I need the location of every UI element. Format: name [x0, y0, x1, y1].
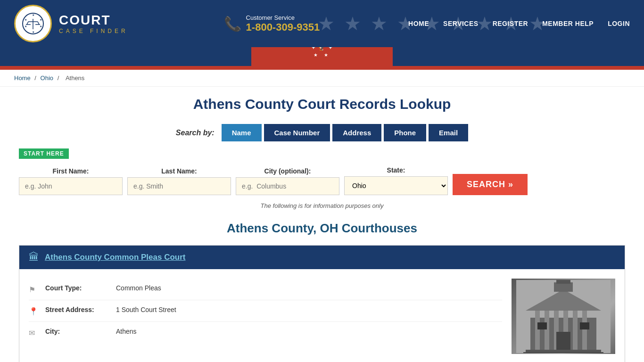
customer-service-label: Customer Service	[246, 14, 320, 21]
breadcrumb-home[interactable]: Home	[14, 74, 31, 82]
courthouse-card: 🏛 Athens County Common Pleas Court ⚑ Cou…	[19, 245, 625, 362]
first-name-group: First Name:	[19, 167, 123, 195]
phone-icon: 📞	[224, 16, 241, 32]
court-type-value: Common Pleas	[116, 284, 161, 292]
logo-text: COURT CASE FINDER	[52, 9, 135, 38]
search-form: First Name: Last Name: City (optional): …	[19, 166, 625, 195]
arch-stars-right: ★ ★	[314, 52, 330, 58]
state-select[interactable]: Ohio	[344, 176, 448, 195]
courthouse-details: ⚑ Court Type: Common Pleas 📍 Street Addr…	[29, 279, 502, 354]
svg-rect-26	[523, 352, 603, 353]
tab-address[interactable]: Address	[332, 124, 381, 141]
tab-case-number[interactable]: Case Number	[264, 124, 330, 141]
site-header: ★ ★ ★ ★ ★ ★ COURT CASE FINDER	[0, 0, 644, 70]
header-red-bar	[0, 66, 644, 70]
last-name-input[interactable]	[127, 177, 231, 195]
city-detail-value: Athens	[116, 328, 137, 335]
nav-home[interactable]: HOME	[408, 20, 429, 27]
courthouse-name-link[interactable]: Athens County Common Pleas Court	[45, 253, 185, 262]
court-type-icon: ⚑	[29, 285, 41, 294]
customer-service-phone: 1-800-309-9351	[246, 21, 320, 33]
city-row: ✉ City: Athens	[29, 322, 502, 343]
page-title: Athens County Court Records Lookup	[19, 96, 625, 112]
courthouse-image-placeholder	[512, 279, 615, 354]
street-address-row: 📍 Street Address: 1 South Court Street	[29, 300, 502, 322]
nav-member-help[interactable]: MEMBER HELP	[542, 20, 594, 27]
header-arch-container: ★ ★ ✦ 🦅 ✦ ★ ★	[0, 47, 644, 66]
svg-text:★: ★	[25, 18, 27, 21]
tab-phone[interactable]: Phone	[384, 124, 426, 141]
state-label: State:	[344, 166, 448, 174]
city-icon: ✉	[29, 329, 41, 337]
svg-text:★: ★	[40, 25, 42, 28]
courthouses-title: Athens County, OH Courthouses	[19, 221, 625, 236]
last-name-label: Last Name:	[127, 167, 231, 175]
search-button[interactable]: SEARCH »	[453, 174, 528, 195]
svg-text:★: ★	[40, 18, 42, 21]
court-type-row: ⚑ Court Type: Common Pleas	[29, 279, 502, 300]
search-by-row: Search by: Name Case Number Address Phon…	[19, 124, 625, 141]
svg-rect-13	[535, 311, 540, 353]
svg-rect-24	[556, 280, 570, 284]
courthouse-image	[512, 279, 615, 354]
courthouse-header: 🏛 Athens County Common Pleas Court	[19, 246, 625, 269]
city-label: City (optional):	[236, 167, 339, 175]
tab-email[interactable]: Email	[429, 124, 468, 141]
first-name-input[interactable]	[19, 177, 123, 195]
main-content: Athens County Court Records Lookup Searc…	[0, 87, 644, 362]
logo-court-label: COURT	[59, 13, 128, 28]
tab-name[interactable]: Name	[222, 124, 262, 141]
svg-rect-17	[573, 311, 578, 353]
logo-icon: ★ ★ ★ ★ ★ ★	[14, 5, 52, 42]
courthouse-body: ⚑ Court Type: Common Pleas 📍 Street Addr…	[19, 269, 625, 362]
customer-service-area: 📞 Customer Service 1-800-309-9351	[224, 14, 320, 33]
svg-rect-18	[582, 311, 587, 353]
breadcrumb-athens: Athens	[66, 74, 84, 82]
logo-finder-label: CASE FINDER	[59, 28, 128, 34]
svg-rect-21	[537, 322, 547, 329]
svg-rect-14	[545, 311, 549, 353]
nav-services[interactable]: SERVICES	[443, 20, 479, 27]
street-address-label: Street Address:	[45, 306, 111, 313]
svg-text:★: ★	[32, 31, 34, 33]
street-address-value: 1 South Court Street	[116, 306, 176, 313]
city-detail-label: City:	[45, 328, 111, 335]
logo-area: ★ ★ ★ ★ ★ ★ COURT CASE FINDER	[14, 5, 135, 42]
breadcrumb-sep1: /	[34, 74, 38, 82]
last-name-group: Last Name:	[127, 167, 231, 195]
svg-line-10	[38, 22, 39, 25]
search-section: Search by: Name Case Number Address Phon…	[19, 124, 625, 195]
start-here-badge: START HERE	[19, 148, 69, 159]
state-group: State: Ohio	[344, 166, 448, 195]
svg-rect-22	[580, 322, 589, 329]
city-input[interactable]	[236, 177, 339, 195]
nav-register[interactable]: REGISTER	[493, 20, 528, 27]
nav-login[interactable]: LOGIN	[608, 20, 630, 27]
first-name-label: First Name:	[19, 167, 123, 175]
breadcrumb: Home / Ohio / Athens	[0, 70, 644, 87]
svg-text:★: ★	[32, 14, 34, 16]
svg-line-9	[27, 22, 28, 25]
city-group: City (optional):	[236, 167, 339, 195]
search-by-label: Search by:	[176, 129, 215, 137]
info-notice: The following is for information purpose…	[19, 202, 625, 209]
main-nav: HOME SERVICES REGISTER MEMBER HELP LOGIN	[408, 20, 630, 27]
breadcrumb-ohio[interactable]: Ohio	[41, 74, 53, 82]
breadcrumb-sep2: /	[58, 74, 61, 82]
courthouse-building-icon: 🏛	[29, 251, 39, 263]
location-icon: 📍	[29, 307, 41, 316]
svg-text:★: ★	[25, 25, 27, 28]
court-type-label: Court Type:	[45, 284, 111, 292]
